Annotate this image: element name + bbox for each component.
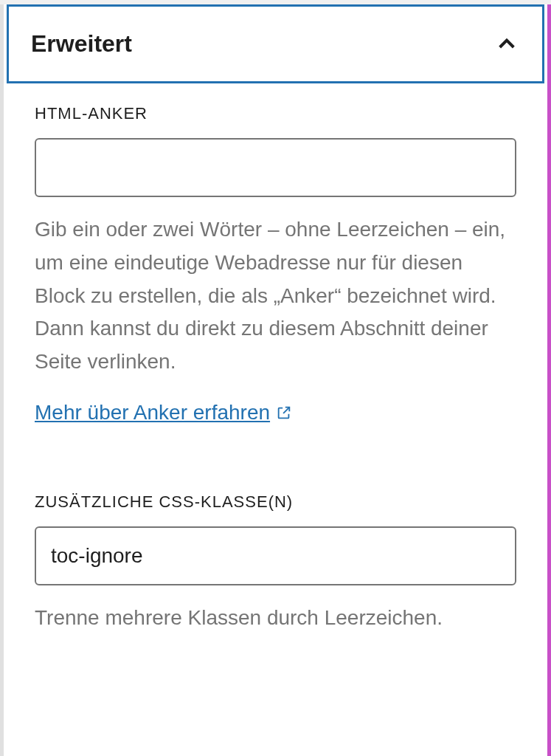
css-classes-group: ZUSÄTZLICHE CSS-KLASSE(N) Trenne mehrere… [35,492,516,635]
panel-body: HTML-ANKER Gib ein oder zwei Wörter – oh… [4,83,547,676]
chevron-up-icon [493,31,520,58]
panel-title: Erweitert [31,30,132,58]
advanced-panel: Erweitert HTML-ANKER Gib ein oder zwei W… [0,4,551,756]
css-input[interactable] [35,526,516,585]
html-anchor-group: HTML-ANKER Gib ein oder zwei Wörter – oh… [35,104,516,466]
anchor-help-text: Gib ein oder zwei Wörter – ohne Leerzeic… [35,213,516,379]
external-link-icon [276,405,292,421]
css-label: ZUSÄTZLICHE CSS-KLASSE(N) [35,492,516,512]
anchor-learn-more-link[interactable]: Mehr über Anker erfahren [35,401,292,425]
panel-header-toggle[interactable]: Erweitert [7,4,544,83]
anchor-input[interactable] [35,138,516,197]
anchor-label: HTML-ANKER [35,104,516,123]
css-help-text: Trenne mehrere Klassen durch Leerzeichen… [35,602,516,635]
link-text: Mehr über Anker erfahren [35,401,270,425]
